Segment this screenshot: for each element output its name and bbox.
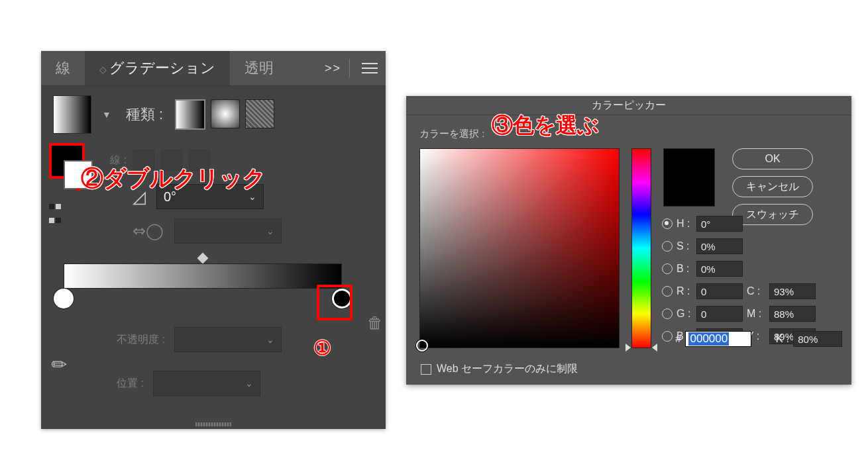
radio-s[interactable] xyxy=(662,241,673,252)
radio-g[interactable] xyxy=(662,308,673,319)
chevron-down-icon[interactable]: ▼ xyxy=(102,109,111,120)
color-preview-swatch xyxy=(663,148,715,207)
radio-r[interactable] xyxy=(662,286,673,297)
aspect-ratio-icon: ⇔◯ xyxy=(133,222,164,240)
opacity-label: 不透明度 : xyxy=(117,333,165,347)
field-hex[interactable]: 000000 xyxy=(685,331,751,347)
position-label: 位置 : xyxy=(117,377,144,391)
label-b: B : xyxy=(677,263,692,275)
eyedropper-icon[interactable]: ✎ xyxy=(46,352,73,379)
field-c[interactable]: 93% xyxy=(769,283,816,299)
label-s: S : xyxy=(677,240,692,252)
opacity-field[interactable]: ⌄ xyxy=(174,327,282,352)
tab-transparency[interactable]: 透明 xyxy=(230,51,288,85)
panel-resize-grip[interactable] xyxy=(195,422,231,426)
field-m[interactable]: 88% xyxy=(769,306,816,322)
label-k: K : xyxy=(775,332,789,346)
gradient-midpoint-marker[interactable] xyxy=(197,253,209,264)
label-g: G : xyxy=(677,308,692,320)
reverse-gradient-button[interactable] xyxy=(49,199,61,226)
dialog-title: カラーピッカー xyxy=(406,96,851,115)
hex-value: 000000 xyxy=(688,332,729,346)
gradient-stop-left[interactable] xyxy=(54,289,74,308)
gradient-stop-right[interactable] xyxy=(332,289,352,308)
field-k[interactable]: 80% xyxy=(793,331,842,347)
panel-menu-icon[interactable] xyxy=(354,60,386,77)
field-s[interactable]: 0% xyxy=(696,238,743,254)
gradient-panel: 線 ◇グラデーション 透明 >> ▼ 種類 : xyxy=(41,51,386,428)
gradient-panel-body: ▼ 種類 : 線 : ◿ 0° ⌄ xyxy=(41,86,386,429)
hue-slider-thumb[interactable] xyxy=(625,344,657,352)
label-hex: # xyxy=(675,332,681,346)
gradient-slider[interactable] xyxy=(64,263,342,308)
type-radial-button[interactable] xyxy=(211,99,240,128)
tab-gradient-label: グラデーション xyxy=(109,60,215,76)
position-field[interactable]: ⌄ xyxy=(153,371,260,396)
hue-slider[interactable] xyxy=(631,148,651,348)
sv-picker-marker[interactable] xyxy=(416,340,428,352)
type-label: 種類 : xyxy=(126,105,163,124)
cancel-button[interactable]: キャンセル xyxy=(732,176,813,197)
tab-dropdown-icon: ◇ xyxy=(99,64,107,75)
saturation-value-area[interactable] xyxy=(419,148,620,348)
tab-stroke[interactable]: 線 xyxy=(41,51,85,85)
divider xyxy=(349,59,350,77)
radio-b[interactable] xyxy=(662,263,673,274)
panel-expand-icon[interactable]: >> xyxy=(321,62,345,75)
field-b[interactable]: 0% xyxy=(696,261,743,277)
aspect-field[interactable]: ⌄ xyxy=(174,218,282,244)
gradient-preview-swatch[interactable] xyxy=(53,95,91,134)
websafe-label: Web セーフカラーのみに制限 xyxy=(437,362,578,376)
type-freeform-button[interactable] xyxy=(245,99,274,128)
color-picker-dialog: カラーピッカー カラーを選択 : OK キャンセル スウォッチ xyxy=(406,96,851,385)
label-r: R : xyxy=(677,285,692,297)
websafe-checkbox[interactable] xyxy=(421,364,431,375)
label-m: M : xyxy=(747,308,765,320)
annotation-2: ②ダブルクリック xyxy=(81,164,266,194)
ok-button[interactable]: OK xyxy=(732,148,813,169)
field-h[interactable]: 0° xyxy=(696,216,743,232)
field-r[interactable]: 0 xyxy=(696,283,743,299)
chevron-down-icon[interactable]: ⌄ xyxy=(245,378,253,389)
chevron-down-icon[interactable]: ⌄ xyxy=(266,226,274,236)
tab-gradient[interactable]: ◇グラデーション xyxy=(85,51,230,85)
radio-h[interactable] xyxy=(662,218,673,229)
color-values-grid: H : 0° S : 0% B : 0% R : 0 C : 93% G : 0… xyxy=(662,216,816,344)
gradient-bar[interactable] xyxy=(64,263,342,289)
field-g[interactable]: 0 xyxy=(696,306,743,322)
type-linear-button[interactable] xyxy=(175,99,205,130)
label-c: C : xyxy=(747,285,765,297)
select-color-prompt: カラーを選択 : xyxy=(419,128,484,139)
annotation-3: ③色を選ぶ xyxy=(492,111,599,140)
chevron-down-icon[interactable]: ⌄ xyxy=(266,334,274,345)
panel-tabs: 線 ◇グラデーション 透明 >> xyxy=(41,51,386,86)
label-h: H : xyxy=(677,218,692,230)
